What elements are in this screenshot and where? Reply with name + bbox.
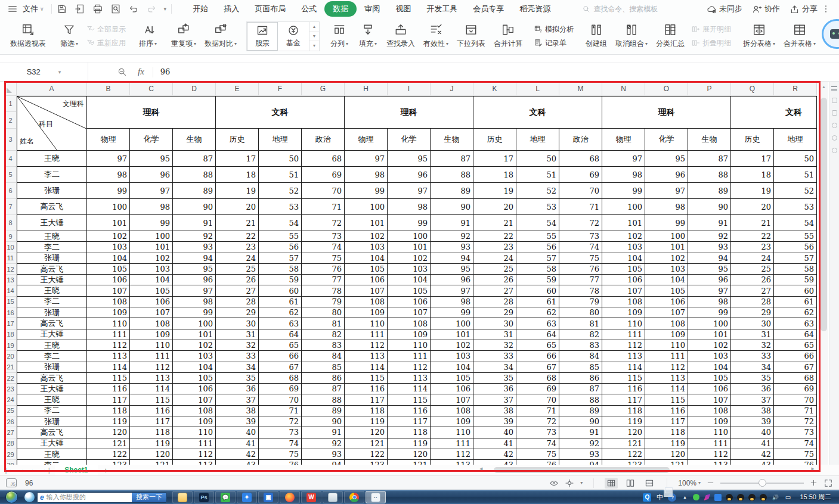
- cell-D16[interactable]: 99: [173, 307, 216, 318]
- subject-header-Q3[interactable]: 历史: [731, 129, 774, 151]
- cell-B16[interactable]: 109: [87, 307, 130, 318]
- cell-N10[interactable]: 103: [602, 242, 645, 253]
- cell-C16[interactable]: 107: [130, 307, 173, 318]
- cell-E22[interactable]: 35: [216, 373, 259, 384]
- cell-N15[interactable]: 108: [602, 297, 645, 307]
- cell-E24[interactable]: 37: [216, 394, 259, 405]
- cell-K6[interactable]: 19: [473, 183, 516, 199]
- cell-A30[interactable]: 李二: [17, 460, 87, 465]
- cell-Q30[interactable]: 43: [731, 460, 774, 465]
- cell-I16[interactable]: 107: [388, 307, 431, 318]
- cell-M29[interactable]: 93: [559, 449, 602, 460]
- cell-C24[interactable]: 115: [130, 394, 173, 405]
- cell-I25[interactable]: 116: [388, 406, 431, 416]
- cell-A8[interactable]: 王大锤: [17, 215, 87, 231]
- cell-C29[interactable]: 120: [130, 449, 173, 460]
- cell-E28[interactable]: 41: [216, 438, 259, 449]
- tray-expand-icon[interactable]: ▴: [680, 493, 689, 502]
- cell-P10[interactable]: 93: [688, 242, 731, 253]
- cell-K21[interactable]: 34: [473, 362, 516, 373]
- tab-数据[interactable]: 数据: [324, 1, 357, 17]
- cell-K13[interactable]: 26: [473, 275, 516, 285]
- subject-header-E3[interactable]: 历史: [216, 129, 259, 151]
- cell-R22[interactable]: 68: [774, 373, 817, 384]
- cell-C13[interactable]: 104: [130, 275, 173, 285]
- cell-P29[interactable]: 112: [688, 449, 731, 460]
- cell-R27[interactable]: 73: [774, 427, 817, 438]
- cell-H29[interactable]: 122: [345, 449, 388, 460]
- cell-J26[interactable]: 109: [431, 416, 473, 427]
- cell-L30[interactable]: 76: [516, 460, 559, 465]
- cell-P25[interactable]: 108: [688, 406, 731, 416]
- cell-R17[interactable]: 63: [774, 318, 817, 329]
- cell-G20[interactable]: 84: [302, 351, 345, 362]
- cell-D20[interactable]: 103: [173, 351, 216, 362]
- cell-Q21[interactable]: 34: [731, 362, 774, 373]
- cell-D7[interactable]: 90: [173, 199, 216, 215]
- cell-F27[interactable]: 73: [259, 427, 302, 438]
- cell-K8[interactable]: 21: [473, 215, 516, 231]
- cell-F19[interactable]: 65: [259, 340, 302, 351]
- js-macro-icon[interactable]: JS: [6, 478, 17, 487]
- cell-G26[interactable]: 90: [302, 416, 345, 427]
- cell-P16[interactable]: 99: [688, 307, 731, 318]
- cell-I8[interactable]: 99: [388, 215, 431, 231]
- cell-K5[interactable]: 18: [473, 167, 516, 183]
- cell-A26[interactable]: 张珊: [17, 416, 87, 427]
- cell-E23[interactable]: 36: [216, 384, 259, 394]
- cell-M10[interactable]: 74: [559, 242, 602, 253]
- cell-O30[interactable]: 121: [645, 460, 688, 465]
- eye-protection-icon[interactable]: [549, 478, 559, 488]
- cell-D10[interactable]: 93: [173, 242, 216, 253]
- cell-K18[interactable]: 31: [473, 329, 516, 340]
- cell-I24[interactable]: 115: [388, 394, 431, 405]
- col-header-R[interactable]: R: [774, 82, 817, 96]
- cell-B28[interactable]: 121: [87, 438, 130, 449]
- cell-H8[interactable]: 101: [345, 215, 388, 231]
- cell-A17[interactable]: 高云飞: [17, 318, 87, 329]
- subject-header-P3[interactable]: 生物: [688, 129, 731, 151]
- cell-F5[interactable]: 51: [259, 167, 302, 183]
- cell-M5[interactable]: 69: [559, 167, 602, 183]
- cell-R8[interactable]: 54: [774, 215, 817, 231]
- cell-R29[interactable]: 75: [774, 449, 817, 460]
- row-header-17[interactable]: 17: [5, 318, 17, 329]
- tab-插入[interactable]: 插入: [216, 1, 247, 17]
- row-header-18[interactable]: 18: [5, 329, 17, 340]
- cell-J18[interactable]: 101: [431, 329, 473, 340]
- select-all-corner[interactable]: [5, 82, 17, 96]
- taskbar-app-blue-star-button[interactable]: ✦: [237, 491, 257, 503]
- cell-K22[interactable]: 35: [473, 373, 516, 384]
- cell-O14[interactable]: 105: [645, 285, 688, 296]
- cell-O27[interactable]: 118: [645, 427, 688, 438]
- cell-M24[interactable]: 88: [559, 394, 602, 405]
- cell-G6[interactable]: 70: [302, 183, 345, 199]
- cell-N7[interactable]: 100: [602, 199, 645, 215]
- cell-E13[interactable]: 26: [216, 275, 259, 285]
- scroll-up-icon[interactable]: ▲: [819, 82, 828, 91]
- cell-A12[interactable]: 高云飞: [17, 264, 87, 275]
- cell-I23[interactable]: 114: [388, 384, 431, 394]
- cell-F9[interactable]: 55: [259, 231, 302, 242]
- cell-H5[interactable]: 98: [345, 167, 388, 183]
- cell-H4[interactable]: 97: [345, 151, 388, 167]
- cell-M18[interactable]: 82: [559, 329, 602, 340]
- cell-I27[interactable]: 118: [388, 427, 431, 438]
- cell-D14[interactable]: 97: [173, 285, 216, 296]
- cell-A13[interactable]: 王大锤: [17, 275, 87, 285]
- cell-I13[interactable]: 104: [388, 275, 431, 285]
- cell-D30[interactable]: 113: [173, 460, 216, 465]
- scroll-right-icon[interactable]: ▶: [812, 466, 815, 471]
- zoom-slider-knob[interactable]: [758, 479, 766, 487]
- cell-G11[interactable]: 75: [302, 253, 345, 264]
- cell-M26[interactable]: 90: [559, 416, 602, 427]
- cell-N18[interactable]: 111: [602, 329, 645, 340]
- cell-P23[interactable]: 106: [688, 384, 731, 394]
- cell-F30[interactable]: 76: [259, 460, 302, 465]
- cell-G22[interactable]: 86: [302, 373, 345, 384]
- tab-公式[interactable]: 公式: [293, 1, 324, 17]
- cell-O19[interactable]: 110: [645, 340, 688, 351]
- cell-I28[interactable]: 119: [388, 438, 431, 449]
- cell-A6[interactable]: 张珊: [17, 183, 87, 199]
- cell-K27[interactable]: 40: [473, 427, 516, 438]
